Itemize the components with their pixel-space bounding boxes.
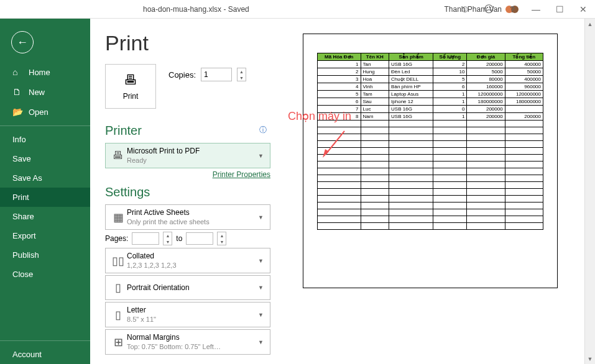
chevron-down-icon: ▼ bbox=[256, 284, 266, 291]
home-icon: ⌂ bbox=[12, 67, 22, 77]
chevron-down-icon: ▼ bbox=[256, 153, 266, 159]
portrait-icon: ▯ bbox=[109, 281, 127, 294]
sidebar-item-share[interactable]: Share bbox=[0, 207, 90, 226]
sad-face-icon[interactable]: ☹ bbox=[477, 0, 500, 19]
printer-properties-link[interactable]: Printer Properties bbox=[213, 170, 270, 179]
chevron-down-icon: ▼ bbox=[256, 312, 266, 318]
copies-label: Copies: bbox=[168, 70, 196, 80]
scroll-down-icon[interactable]: ▼ bbox=[585, 353, 595, 364]
printer-section-title: Printer bbox=[105, 124, 142, 138]
file-sidebar: ← ⌂Home 🗋New 📂Open Info Save Save As Pri… bbox=[0, 19, 90, 364]
vertical-scrollbar[interactable]: ▲ ▼ bbox=[584, 19, 595, 364]
sidebar-item-new[interactable]: 🗋New bbox=[0, 82, 90, 102]
pages-from-input[interactable] bbox=[132, 232, 159, 245]
copies-input[interactable] bbox=[201, 68, 232, 81]
page-icon: ▯ bbox=[109, 308, 127, 322]
sidebar-item-print[interactable]: Print bbox=[0, 188, 90, 207]
printer-device-icon: 🖶 bbox=[109, 149, 127, 162]
pages-label: Pages: bbox=[105, 234, 128, 243]
sidebar-item-publish[interactable]: Publish bbox=[0, 245, 90, 265]
sidebar-item-close[interactable]: Close bbox=[0, 265, 90, 284]
back-button[interactable]: ← bbox=[11, 31, 34, 53]
pages-from-spinner[interactable]: ▲▼ bbox=[163, 232, 172, 245]
sidebar-item-export[interactable]: Export bbox=[0, 226, 90, 245]
chevron-down-icon: ▼ bbox=[256, 339, 266, 345]
pages-to-input[interactable] bbox=[186, 232, 213, 245]
copies-spinner[interactable]: ▲▼ bbox=[237, 68, 246, 81]
document-title: hoa-don-mua-hang.xlsx - Saved bbox=[143, 5, 249, 14]
maximize-icon[interactable]: ☐ bbox=[548, 0, 571, 19]
sidebar-item-home[interactable]: ⌂Home bbox=[0, 62, 90, 82]
happy-face-icon[interactable]: ☺ bbox=[453, 0, 477, 19]
collation-select[interactable]: ▯▯ Collated 1,2,3 1,2,3 1,2,3 ▼ bbox=[105, 248, 270, 273]
titlebar-icons: ☺ ☹ ? — ☐ ✕ bbox=[453, 0, 595, 19]
page-title: Print bbox=[105, 31, 270, 55]
sidebar-item-info[interactable]: Info bbox=[0, 130, 90, 149]
sidebar-item-account[interactable]: Account bbox=[0, 345, 90, 364]
help-icon[interactable]: ? bbox=[500, 0, 524, 19]
sidebar-item-save[interactable]: Save bbox=[0, 149, 90, 168]
open-icon: 📂 bbox=[12, 107, 22, 117]
margins-icon: ⊞ bbox=[109, 335, 127, 349]
preview-table: Mã Hóa ĐơnTên KHSản phẩmSố lượngĐơn giáT… bbox=[317, 53, 543, 230]
settings-section-title: Settings bbox=[105, 185, 270, 199]
printer-icon: 🖶 bbox=[124, 72, 137, 88]
pages-to-spinner[interactable]: ▲▼ bbox=[217, 232, 226, 245]
chevron-down-icon: ▼ bbox=[256, 258, 266, 264]
close-icon[interactable]: ✕ bbox=[571, 0, 595, 19]
new-icon: 🗋 bbox=[12, 87, 22, 97]
printer-select[interactable]: 🖶 Microsoft Print to PDF Ready ▼ bbox=[105, 143, 270, 168]
sidebar-item-open[interactable]: 📂Open bbox=[0, 102, 90, 122]
print-panel: Print 🖶 Print Copies: ▲▼ Printer ⓘ 🖶 bbox=[90, 19, 595, 364]
print-preview: Mã Hóa ĐơnTên KHSản phẩmSố lượngĐơn giáT… bbox=[277, 19, 595, 364]
print-scope-select[interactable]: ▦ Print Active Sheets Only print the act… bbox=[105, 204, 270, 230]
paper-size-select[interactable]: ▯ Letter 8.5" x 11" ▼ bbox=[105, 302, 270, 327]
info-icon[interactable]: ⓘ bbox=[259, 125, 267, 135]
preview-page: Mã Hóa ĐơnTên KHSản phẩmSố lượngĐơn giáT… bbox=[303, 34, 558, 288]
sidebar-item-save-as[interactable]: Save As bbox=[0, 168, 90, 188]
sidebar-divider bbox=[0, 340, 90, 341]
title-bar: hoa-don-mua-hang.xlsx - Saved Thanh Pham… bbox=[0, 0, 595, 19]
print-button[interactable]: 🖶 Print bbox=[105, 64, 156, 109]
collated-icon: ▯▯ bbox=[109, 254, 127, 268]
chevron-down-icon: ▼ bbox=[256, 214, 266, 221]
minimize-icon[interactable]: — bbox=[524, 0, 548, 19]
scroll-up-icon[interactable]: ▲ bbox=[585, 19, 595, 29]
sheets-icon: ▦ bbox=[109, 211, 127, 224]
sidebar-divider bbox=[0, 125, 90, 126]
orientation-select[interactable]: ▯ Portrait Orientation ▼ bbox=[105, 275, 270, 300]
margins-select[interactable]: ⊞ Normal Margins Top: 0.75" Bottom: 0.75… bbox=[105, 329, 270, 355]
